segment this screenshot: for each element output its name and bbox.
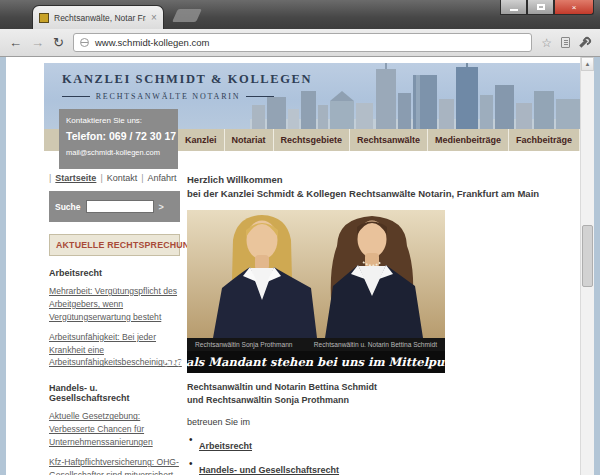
search-label: Suche [55,202,81,212]
minimize-button[interactable] [500,0,527,15]
maximize-icon [537,4,545,10]
slogan-banner: Sie als Mandant stehen bei uns im Mittel… [187,351,445,373]
wrench-menu-icon[interactable] [579,37,591,49]
link-startseite[interactable]: Startseite [55,173,96,183]
bookmark-star-icon[interactable]: ☆ [541,37,552,49]
nav-item-kanzlei[interactable]: Kanzlei [177,129,224,151]
sidebar-news-link[interactable]: Arbeitsunfähigkeit: Bei jeder Krankheit … [49,331,180,370]
page-action-icon[interactable] [561,37,570,48]
link-kontakt[interactable]: Kontakt [107,173,138,183]
page-viewport: KANZLEI SCHMIDT & KOLLEGEN RECHTSANWÄLTE… [0,57,600,475]
news-header: AKTUELLE RECHTSPRECHUNG [49,234,180,256]
url-text[interactable]: www.schmidt-kollegen.com [95,37,210,48]
link-arbeitsrecht[interactable]: Arbeitsrecht [199,441,252,451]
lawyers-photo-block: Rechtsanwältin Sonja Prothmann Rechtsanw… [187,210,445,373]
site-logo: KANZLEI SCHMIDT & KOLLEGEN RECHTSANWÄLTE… [62,72,274,101]
tab-close-icon[interactable]: × [151,12,157,23]
nav-item-rechtsgebiete[interactable]: Rechtsgebiete [273,129,350,151]
back-icon[interactable]: ← [9,36,22,49]
scroll-up-arrow-icon[interactable]: ▲ [581,57,594,71]
site-container: KANZLEI SCHMIDT & KOLLEGEN RECHTSANWÄLTE… [44,63,580,475]
search-box: Suche > [49,191,180,222]
separator: | [100,173,102,183]
contact-phone: Telefon: 069 / 72 30 17 [66,130,171,142]
intro-names: Rechtsanwältin und Notarin Bettina Schmi… [187,381,580,408]
main-content: Herzlich Willkommen bei der Kanzlei Schm… [184,151,580,475]
search-input[interactable] [86,200,154,213]
sidebar-news-link[interactable]: Mehrarbeit: Vergütungspflicht des Arbeit… [49,285,180,324]
caption-bettina-schmidt: Rechtsanwältin u. Notarin Bettina Schmid… [314,341,437,348]
close-button[interactable]: × [554,0,594,15]
list-item: Handels- und Gesellschaftsrecht [187,459,580,475]
reload-icon[interactable]: ↻ [53,36,64,49]
link-handelsrecht[interactable]: Handels- und Gesellschaftsrecht [199,465,339,475]
utility-links: | Startseite | Kontakt | Anfahrt [49,173,180,183]
sidebar-news-link[interactable]: Kfz-Haftpflichtversicherung: OHG-Gesells… [49,456,180,475]
nav-item-medienbeitraege[interactable]: Medienbeiträge [427,129,508,151]
address-bar[interactable]: www.schmidt-kollegen.com [73,33,532,52]
minimize-icon [510,9,518,11]
sidebar-news-link[interactable]: Aktuelle Gesetzgebung: Verbesserte Chanc… [49,410,180,449]
browser-tab[interactable]: Rechtsanwälte, Notar Frank × [32,5,164,29]
scrollbar-thumb[interactable] [582,225,593,287]
caption-sonja-prothmann: Rechtsanwältin Sonja Prothmann [195,341,293,348]
scrollbar[interactable]: ▲ [580,57,594,475]
contact-box: Kontaktieren Sie uns: Telefon: 069 / 72 … [59,109,178,169]
practice-area-list: Arbeitsrecht Handels- und Gesellschaftsr… [187,435,580,475]
welcome-heading: Herzlich Willkommen bei der Kanzlei Schm… [187,173,580,201]
sidebar-section-heading: Arbeitsrecht [49,268,180,278]
browser-toolbar: ← → ↻ www.schmidt-kollegen.com ☆ [0,29,600,57]
logo-title: KANZLEI SCHMIDT & KOLLEGEN [62,72,274,87]
page-icon [80,38,89,47]
search-submit-button[interactable]: > [159,202,164,212]
window-controls: × [500,0,594,15]
contact-email-link[interactable]: mail@schmidt-kollegen.com [66,148,171,157]
maximize-button[interactable] [527,0,554,15]
tab-strip: Rechtsanwälte, Notar Frank × × [0,0,600,29]
content-columns: | Startseite | Kontakt | Anfahrt Suche >… [44,151,580,475]
welcome-line2: bei der Kanzlei Schmidt & Kollegen Recht… [187,187,580,201]
list-item: Arbeitsrecht [187,435,580,453]
photo-captions: Rechtsanwältin Sonja Prothmann Rechtsanw… [187,338,445,351]
intro-name-line1: Rechtsanwältin und Notarin Bettina Schmi… [187,381,580,395]
intro-name-line2: und Rechtsanwältin Sonja Prothmann [187,394,580,408]
nav-item-notariat[interactable]: Notariat [224,129,273,151]
frankfurt-skyline-image [250,63,580,129]
intro-text: betreuen Sie im [187,417,580,427]
favicon [39,13,49,23]
separator: | [141,173,143,183]
welcome-line1: Herzlich Willkommen [187,173,580,187]
logo-subtitle: RECHTSANWÄLTE NOTARIN [62,92,274,101]
lawyers-photo [187,210,445,338]
sidebar: | Startseite | Kontakt | Anfahrt Suche >… [44,151,184,475]
nav-item-fachbeitraege[interactable]: Fachbeiträge [508,129,579,151]
browser-window: Rechtsanwälte, Notar Frank × × ← → ↻ www… [0,0,600,475]
link-anfahrt[interactable]: Anfahrt [148,173,177,183]
new-tab-button[interactable] [172,9,202,22]
contact-intro: Kontaktieren Sie uns: [66,116,171,125]
nav-item-rechtsanwaelte[interactable]: Rechtsanwälte [349,129,427,151]
forward-icon[interactable]: → [31,36,44,49]
tab-title: Rechtsanwälte, Notar Frank [54,13,146,23]
sidebar-section-heading: Handels- u. Gesellschaftsrecht [49,383,180,403]
separator: | [49,173,51,183]
